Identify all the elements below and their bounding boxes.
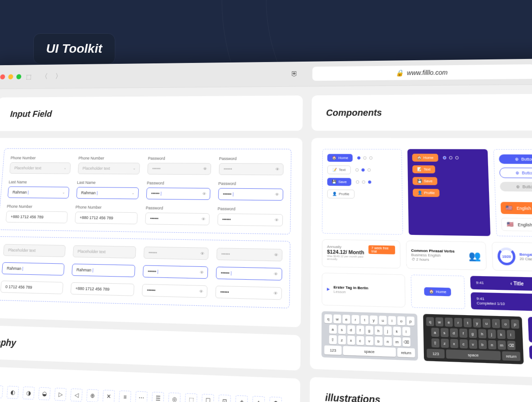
text-input[interactable]: +880 1712 456 789 (70, 282, 134, 296)
sidebar-toggle-icon[interactable]: ⬚ (26, 73, 31, 80)
keyboard-key[interactable]: n (488, 340, 496, 349)
keyboard-key[interactable]: ⇧ (431, 338, 439, 347)
keyboard-key[interactable]: ⇧ (329, 335, 336, 344)
eye-icon[interactable]: 👁 (200, 251, 204, 256)
text-input[interactable]: Rahman | (71, 264, 135, 277)
event-card[interactable]: ▶ Erster Tag in Berlin Lesson (322, 273, 406, 307)
text-input[interactable]: •••••• |👁 (215, 267, 282, 281)
eye-icon[interactable]: 👁 (275, 192, 279, 197)
keyboard-light[interactable]: qwertyuiop asdfghjkl ⇧zxcvbnm⌫ 123spacer… (321, 311, 418, 361)
keyboard-dark[interactable]: qwertyuiop asdfghjkl ⇧zxcvbnm⌫ 123spacer… (423, 314, 524, 364)
text-input[interactable]: Rahman | (2, 262, 64, 276)
progress-card[interactable]: 10/20 Bengali Language 20 Classes · Easy (492, 242, 532, 272)
keyboard-key[interactable]: t (361, 315, 368, 324)
keyboard-key[interactable]: t (463, 318, 471, 328)
keyboard-key[interactable]: v (365, 336, 373, 346)
keyboard-key[interactable]: j (383, 326, 391, 336)
keyboard-key[interactable]: j (487, 329, 496, 339)
chevron-down-icon[interactable]: ⌄ (63, 166, 66, 170)
primary-button[interactable]: ⊕ Button (499, 154, 532, 164)
keyboard-key[interactable]: i (388, 316, 396, 325)
keyboard-key[interactable]: u (379, 316, 387, 325)
keyboard-key[interactable]: p (407, 316, 415, 326)
chevron-down-icon[interactable]: ⌄ (62, 191, 65, 195)
keyboard-key[interactable]: z (441, 339, 449, 348)
keyboard-key[interactable]: d (450, 328, 458, 338)
keyboard-key[interactable]: o (501, 319, 510, 328)
shield-icon[interactable]: ⛨ (291, 70, 298, 78)
eye-icon[interactable]: 👁 (199, 289, 203, 294)
keyboard-key[interactable]: ⌫ (507, 341, 515, 350)
home-chip[interactable]: 🏠 Home (327, 154, 352, 162)
text-input[interactable]: ••••••👁 (215, 286, 282, 300)
outline-button[interactable]: ⊕ Button (499, 168, 532, 178)
text-input[interactable]: 0 1712 456 789 (0, 281, 63, 294)
keyboard-key[interactable]: c (356, 336, 364, 345)
text-input[interactable]: +880 1712 456 789 (6, 211, 68, 223)
keyboard-key[interactable]: u (482, 319, 491, 328)
text-input[interactable]: ••••••👁 (147, 163, 211, 175)
keyboard-key[interactable]: m (497, 340, 506, 350)
chevron-down-icon[interactable]: ⌄ (132, 191, 135, 195)
keyboard-key[interactable]: r (454, 318, 462, 327)
keyboard-key[interactable]: e (445, 317, 453, 327)
keyboard-key[interactable]: k (497, 330, 505, 339)
text-input[interactable]: ••••••👁 (142, 284, 207, 298)
keyboard-key[interactable]: h (478, 329, 486, 338)
keyboard-key[interactable]: r (352, 315, 359, 324)
url-bar[interactable]: 🔒 www.filllo.com (312, 64, 532, 81)
eye-icon[interactable]: 👁 (275, 167, 279, 172)
eye-icon[interactable]: 👁 (202, 191, 206, 196)
text-input[interactable]: •••••• |👁 (218, 188, 283, 200)
eye-icon[interactable]: 👁 (203, 167, 207, 171)
text-input[interactable]: ••••••👁 (216, 248, 282, 261)
text-chip-dark[interactable]: 📝 Text (412, 165, 435, 173)
keyboard-key[interactable]: m (393, 337, 401, 347)
keyboard-key[interactable]: w (435, 317, 443, 327)
keyboard-key[interactable]: h (375, 326, 383, 336)
keyboard-key[interactable]: o (397, 316, 405, 325)
keyboard-key[interactable]: g (365, 326, 373, 335)
home-nav-chip[interactable]: 🏠 Home (424, 287, 451, 296)
text-input[interactable]: Rahman |⌄ (76, 187, 139, 199)
text-input[interactable]: ••••••👁 (217, 213, 283, 226)
keyboard-key[interactable]: f (459, 328, 467, 338)
eye-icon[interactable]: 👁 (274, 218, 278, 222)
keyboard-key[interactable]: k (393, 327, 401, 336)
keyboard-key[interactable]: p (511, 320, 519, 329)
keyboard-key[interactable]: y (473, 318, 481, 328)
mobile-slider[interactable]: 9:41📶 1/5 (528, 317, 532, 343)
keyboard-key[interactable]: s (440, 328, 448, 337)
forward-icon[interactable]: 〉 (55, 72, 62, 81)
course-card[interactable]: Common Phrasal Verbs Business English ⏱ … (406, 241, 487, 270)
text-input[interactable]: ••••••👁 (219, 163, 284, 175)
keyboard-key[interactable]: i (492, 319, 500, 328)
profile-chip[interactable]: 👤 Profile (327, 189, 354, 199)
keyboard-key[interactable]: ⌫ (402, 337, 410, 347)
keyboard-key[interactable]: q (426, 317, 434, 326)
eye-icon[interactable]: 👁 (274, 291, 278, 296)
text-input[interactable]: ••••••👁 (145, 212, 209, 225)
profile-chip-dark[interactable]: 👤 Profile (413, 189, 440, 197)
lang-option[interactable]: 🇺🇸English (501, 218, 532, 231)
eye-icon[interactable]: 👁 (200, 270, 204, 275)
text-input[interactable]: ••••••👁 (144, 246, 208, 260)
keyboard-key[interactable]: x (347, 336, 355, 345)
keyboard-key[interactable]: l (506, 330, 515, 339)
keyboard-key[interactable]: v (469, 340, 477, 349)
eye-icon[interactable]: 👁 (274, 253, 278, 258)
text-input[interactable]: Rahman |⌄ (8, 187, 69, 199)
keyboard-key[interactable]: x (450, 339, 458, 348)
chevron-down-icon[interactable]: ⌄ (133, 166, 136, 170)
keyboard-key[interactable]: e (343, 315, 350, 324)
text-input[interactable]: Placeholder text (73, 245, 137, 258)
save-chip[interactable]: 💾 Save (327, 178, 351, 186)
pricing-card[interactable]: Annually $124.12/ Month Was $149.12 per … (322, 239, 400, 269)
keyboard-key[interactable]: c (459, 339, 468, 348)
keyboard-key[interactable]: d (347, 325, 355, 335)
keyboard-key[interactable]: b (478, 340, 487, 349)
close-dot[interactable] (0, 74, 5, 79)
text-input[interactable]: Placeholder text⌄ (78, 163, 140, 175)
save-chip-dark[interactable]: 💾 Save (412, 177, 437, 185)
keyboard-key[interactable]: q (325, 314, 332, 324)
